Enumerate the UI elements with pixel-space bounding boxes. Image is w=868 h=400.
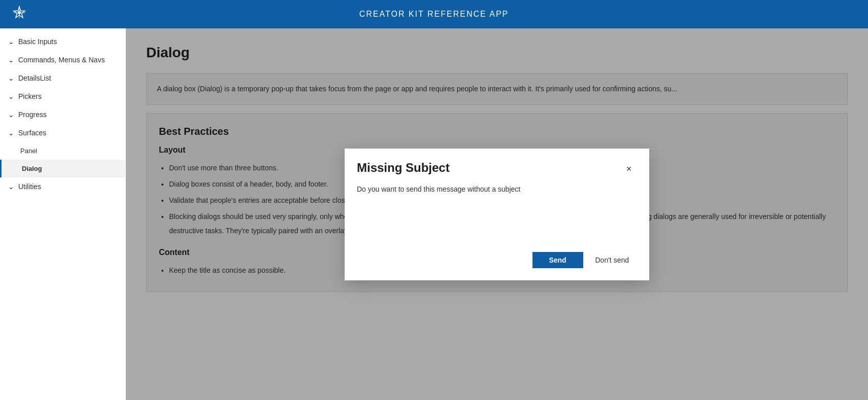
sidebar-item-pickers[interactable]: Pickers bbox=[0, 87, 125, 105]
sidebar-item-dialog[interactable]: Dialog bbox=[0, 160, 125, 177]
sidebar-item-surfaces[interactable]: Surfaces bbox=[0, 124, 125, 142]
sidebar-item-label: Commands, Menus & Navs bbox=[18, 56, 105, 64]
dialog-close-button[interactable]: × bbox=[621, 161, 637, 177]
chevron-down-icon bbox=[8, 38, 14, 46]
app-logo bbox=[12, 6, 26, 23]
sidebar-item-label: Pickers bbox=[18, 92, 42, 100]
dialog-body-text: Do you want to send this message without… bbox=[357, 185, 637, 193]
dialog-header: Missing Subject × bbox=[345, 149, 649, 181]
sidebar-item-label: Progress bbox=[18, 111, 47, 119]
dialog-body: Do you want to send this message without… bbox=[345, 181, 649, 244]
sidebar-item-basic-inputs[interactable]: Basic Inputs bbox=[0, 32, 125, 51]
sidebar-item-label: Dialog bbox=[22, 165, 42, 172]
sidebar-item-commands-menus-navs[interactable]: Commands, Menus & Navs bbox=[0, 51, 125, 69]
sidebar-item-label: Panel bbox=[20, 147, 37, 155]
dialog: Missing Subject × Do you want to send th… bbox=[345, 149, 649, 280]
main-content: Dialog A dialog box (Dialog) is a tempor… bbox=[126, 28, 868, 400]
chevron-down-icon bbox=[8, 92, 14, 100]
chevron-down-icon bbox=[8, 74, 14, 82]
dialog-title: Missing Subject bbox=[357, 161, 450, 175]
sidebar-item-panel[interactable]: Panel bbox=[0, 142, 125, 160]
chevron-down-icon bbox=[8, 111, 14, 119]
send-button[interactable]: Send bbox=[532, 252, 583, 268]
sidebar-item-label: Utilities bbox=[18, 183, 41, 191]
app-header: CREATOR KIT REFERENCE APP bbox=[0, 0, 868, 28]
header-title: CREATOR KIT REFERENCE APP bbox=[359, 10, 509, 19]
sidebar-item-details-list[interactable]: DetailsList bbox=[0, 69, 125, 87]
sidebar-item-label: Basic Inputs bbox=[18, 38, 57, 46]
chevron-down-icon bbox=[8, 129, 14, 137]
dont-send-button[interactable]: Don't send bbox=[587, 252, 638, 268]
sidebar-item-label: DetailsList bbox=[18, 74, 51, 82]
dialog-footer: Send Don't send bbox=[345, 244, 649, 280]
sidebar-item-utilities[interactable]: Utilities bbox=[0, 177, 125, 196]
sidebar: Basic Inputs Commands, Menus & Navs Deta… bbox=[0, 28, 126, 400]
sidebar-item-label: Surfaces bbox=[18, 129, 46, 137]
chevron-down-icon bbox=[8, 56, 14, 64]
sidebar-item-progress[interactable]: Progress bbox=[0, 105, 125, 124]
chevron-down-icon bbox=[8, 183, 14, 191]
